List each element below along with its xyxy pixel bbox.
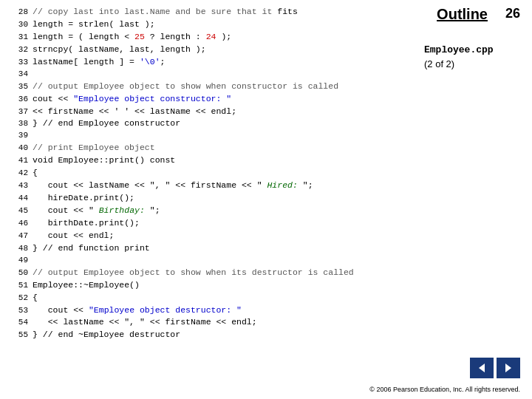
code-line: 43 cout << lastName << ", " << firstName… [7,180,466,192]
line-content: lastName[ length ] = '\0'; [33,56,165,69]
code-line: 39 [7,130,466,142]
line-number: 53 [7,305,28,317]
code-line: 30length = strlen( last ); [7,18,466,31]
line-number: 36 [7,94,28,106]
code-line: 52{ [7,292,466,304]
code-line: 46 birthDate.print(); [7,217,466,230]
line-content: << lastName << ", " << firstName << endl… [33,316,257,329]
line-number: 42 [7,168,28,180]
code-line: 38} // end Employee constructor [7,117,466,130]
code-line: 44 hireDate.print(); [7,192,466,205]
code-line: 35// output Employee object to show when… [7,81,466,93]
line-number: 50 [7,267,28,279]
line-number: 35 [7,81,28,93]
line-number: 37 [7,106,28,118]
line-number: 28 [7,7,28,18]
line-number: 43 [7,180,28,192]
code-line: 37<< firstName << ' ' << lastName << end… [7,106,466,118]
line-number: 44 [7,193,28,205]
line-content: // copy last into last.Name and be sure … [33,6,298,18]
line-number: 30 [7,19,28,31]
line-content: // output Employee object to show when c… [33,81,338,93]
line-content: // output Employee object to show when i… [33,267,354,279]
line-content: cout << " Birthday: "; [33,205,160,217]
line-content: << firstName << ' ' << lastName << endl; [33,106,236,118]
line-number: 33 [7,57,28,69]
svg-marker-0 [479,364,485,372]
prev-button[interactable] [470,358,494,378]
code-line: 41void Employee::print() const [7,154,466,167]
line-content: hireDate.print(); [33,192,134,205]
line-content: length = strlen( last ); [33,18,155,31]
copyright: © 2006 Pearson Education, Inc. All right… [369,385,520,395]
code-line: 34 [7,69,466,81]
line-number: 46 [7,218,28,230]
line-content: cout << endl; [33,230,114,242]
code-line: 31length = ( length < 25 ? length : 24 )… [7,31,466,44]
code-line: 36cout << "Employee object constructor: … [7,93,466,106]
line-number: 40 [7,143,28,154]
line-content: length = ( length < 25 ? length : 24 ); [33,31,231,44]
line-number: 31 [7,32,28,44]
line-content: cout << "Employee object destructor: " [33,304,242,317]
line-number: 51 [7,280,28,292]
line-number: 38 [7,118,28,130]
line-content: void Employee::print() const [33,154,175,167]
next-button[interactable] [497,358,520,378]
line-number: 47 [7,231,28,242]
svg-marker-1 [505,364,511,372]
code-line: 49 [7,255,466,267]
line-content: } // end Employee constructor [33,117,180,130]
line-content: cout << "Employee object constructor: " [33,93,231,106]
code-line: 55} // end ~Employee destructor [7,329,466,341]
line-content: cout << lastName << ", " << firstName <<… [33,180,313,192]
line-number: 39 [7,130,28,142]
line-number: 54 [7,317,28,329]
line-number: 32 [7,44,28,56]
line-content: } // end function print [33,242,150,255]
line-content: birthDate.print(); [33,217,140,230]
code-line: 54 << lastName << ", " << firstName << e… [7,316,466,329]
code-line: 47 cout << endl; [7,230,466,242]
code-line: 48} // end function print [7,242,466,255]
line-number: 49 [7,255,28,267]
code-line: 32strncpy( lastName, last, length ); [7,44,466,56]
line-number: 55 [7,330,28,341]
line-number: 45 [7,205,28,217]
nav-buttons [470,358,520,378]
code-line: 42{ [7,167,466,180]
line-content: } // end ~Employee destructor [33,329,180,341]
line-number: 52 [7,293,28,304]
line-number: 48 [7,243,28,255]
code-line: 33lastName[ length ] = '\0'; [7,56,466,69]
page-number: 26 [505,6,520,21]
code-area: 28// copy last into last.Name and be sur… [7,6,466,341]
line-number: 41 [7,155,28,167]
line-content: { [33,292,38,304]
line-content: Employee::~Employee() [33,279,140,292]
line-number: 34 [7,69,28,81]
code-line: 40// print Employee object [7,142,466,154]
line-content: { [33,167,38,180]
code-line: 28// copy last into last.Name and be sur… [7,6,466,18]
line-content: strncpy( lastName, last, length ); [33,44,206,56]
code-line: 51Employee::~Employee() [7,279,466,292]
code-line: 45 cout << " Birthday: "; [7,205,466,217]
code-line: 53 cout << "Employee object destructor: … [7,304,466,317]
code-line: 50// output Employee object to show when… [7,267,466,279]
line-content: // print Employee object [33,142,155,154]
